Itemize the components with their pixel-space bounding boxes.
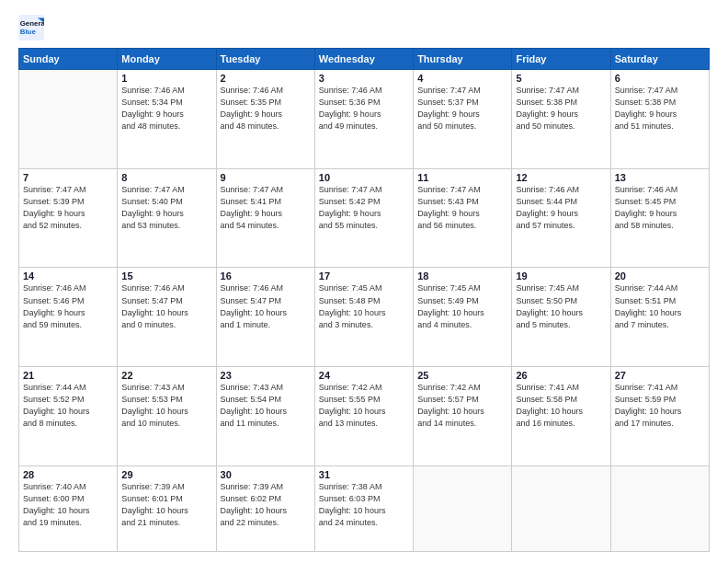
day-number: 8: [121, 172, 211, 183]
day-number: 14: [23, 270, 113, 282]
calendar-cell: [414, 465, 512, 551]
calendar-cell: 29Sunrise: 7:39 AMSunset: 6:01 PMDayligh…: [118, 465, 216, 551]
day-info: Sunrise: 7:46 AMSunset: 5:46 PMDaylight:…: [23, 282, 113, 330]
calendar-week-4: 21Sunrise: 7:44 AMSunset: 5:52 PMDayligh…: [19, 367, 710, 466]
day-info: Sunrise: 7:45 AMSunset: 5:49 PMDaylight:…: [417, 282, 507, 330]
calendar-cell: 10Sunrise: 7:47 AMSunset: 5:42 PMDayligh…: [314, 168, 413, 268]
calendar-cell: 21Sunrise: 7:44 AMSunset: 5:52 PMDayligh…: [19, 367, 118, 466]
day-info: Sunrise: 7:46 AMSunset: 5:44 PMDaylight:…: [516, 184, 606, 232]
day-number: 10: [319, 172, 409, 183]
calendar-cell: 17Sunrise: 7:45 AMSunset: 5:48 PMDayligh…: [314, 268, 413, 367]
day-number: 17: [319, 270, 409, 282]
day-number: 22: [121, 370, 211, 381]
calendar-header-wednesday: Wednesday: [314, 49, 413, 70]
day-info: Sunrise: 7:46 AMSunset: 5:35 PMDaylight:…: [221, 85, 311, 132]
calendar-cell: [610, 465, 709, 551]
day-number: 12: [516, 172, 606, 183]
calendar-week-2: 7Sunrise: 7:47 AMSunset: 5:39 PMDaylight…: [19, 168, 710, 268]
calendar-cell: 31Sunrise: 7:38 AMSunset: 6:03 PMDayligh…: [314, 465, 413, 551]
calendar-cell: 2Sunrise: 7:46 AMSunset: 5:35 PMDaylight…: [216, 70, 314, 169]
calendar-cell: 8Sunrise: 7:47 AMSunset: 5:40 PMDaylight…: [118, 168, 216, 268]
day-info: Sunrise: 7:39 AMSunset: 6:01 PMDaylight:…: [121, 481, 211, 529]
day-number: 16: [221, 270, 311, 282]
day-number: 29: [121, 469, 211, 480]
day-number: 18: [417, 270, 507, 282]
day-number: 5: [516, 73, 606, 84]
day-info: Sunrise: 7:46 AMSunset: 5:47 PMDaylight:…: [221, 282, 311, 330]
calendar-cell: 19Sunrise: 7:45 AMSunset: 5:50 PMDayligh…: [512, 268, 610, 367]
day-number: 19: [516, 270, 606, 282]
day-number: 11: [417, 172, 507, 183]
calendar-header-friday: Friday: [512, 49, 610, 70]
day-number: 30: [221, 469, 311, 480]
day-info: Sunrise: 7:44 AMSunset: 5:51 PMDaylight:…: [615, 282, 705, 330]
header: General Blue: [18, 15, 710, 40]
day-info: Sunrise: 7:47 AMSunset: 5:41 PMDaylight:…: [221, 184, 311, 232]
day-info: Sunrise: 7:47 AMSunset: 5:39 PMDaylight:…: [23, 184, 113, 232]
calendar-header-sunday: Sunday: [19, 49, 118, 70]
calendar-cell: 25Sunrise: 7:42 AMSunset: 5:57 PMDayligh…: [414, 367, 512, 466]
day-info: Sunrise: 7:42 AMSunset: 5:55 PMDaylight:…: [319, 382, 409, 430]
day-number: 1: [121, 73, 211, 84]
calendar-week-5: 28Sunrise: 7:40 AMSunset: 6:00 PMDayligh…: [19, 465, 710, 551]
day-info: Sunrise: 7:46 AMSunset: 5:47 PMDaylight:…: [121, 282, 211, 330]
day-number: 27: [615, 370, 705, 381]
day-number: 23: [221, 370, 311, 381]
svg-text:Blue: Blue: [20, 28, 37, 36]
calendar-cell: 18Sunrise: 7:45 AMSunset: 5:49 PMDayligh…: [414, 268, 512, 367]
day-info: Sunrise: 7:47 AMSunset: 5:38 PMDaylight:…: [615, 85, 705, 132]
day-info: Sunrise: 7:38 AMSunset: 6:03 PMDaylight:…: [319, 481, 409, 529]
day-info: Sunrise: 7:46 AMSunset: 5:36 PMDaylight:…: [319, 85, 409, 132]
calendar-cell: 5Sunrise: 7:47 AMSunset: 5:38 PMDaylight…: [512, 70, 610, 169]
day-info: Sunrise: 7:47 AMSunset: 5:43 PMDaylight:…: [417, 184, 507, 232]
calendar-cell: 15Sunrise: 7:46 AMSunset: 5:47 PMDayligh…: [118, 268, 216, 367]
day-number: 21: [23, 370, 113, 381]
day-number: 26: [516, 370, 606, 381]
day-number: 31: [319, 469, 409, 480]
calendar-cell: [19, 70, 118, 169]
calendar-week-3: 14Sunrise: 7:46 AMSunset: 5:46 PMDayligh…: [19, 268, 710, 367]
calendar-header-tuesday: Tuesday: [216, 49, 314, 70]
calendar-cell: 1Sunrise: 7:46 AMSunset: 5:34 PMDaylight…: [118, 70, 216, 169]
day-number: 3: [319, 73, 409, 84]
day-info: Sunrise: 7:43 AMSunset: 5:54 PMDaylight:…: [221, 382, 311, 430]
day-info: Sunrise: 7:45 AMSunset: 5:48 PMDaylight:…: [319, 282, 409, 330]
calendar-cell: 13Sunrise: 7:46 AMSunset: 5:45 PMDayligh…: [610, 168, 709, 268]
calendar-cell: [512, 465, 610, 551]
day-number: 4: [417, 73, 507, 84]
day-info: Sunrise: 7:44 AMSunset: 5:52 PMDaylight:…: [23, 382, 113, 430]
day-info: Sunrise: 7:41 AMSunset: 5:58 PMDaylight:…: [516, 382, 606, 430]
calendar-cell: 4Sunrise: 7:47 AMSunset: 5:37 PMDaylight…: [414, 70, 512, 169]
calendar-cell: 30Sunrise: 7:39 AMSunset: 6:02 PMDayligh…: [216, 465, 314, 551]
day-number: 25: [417, 370, 507, 381]
day-number: 20: [615, 270, 705, 282]
calendar-cell: 28Sunrise: 7:40 AMSunset: 6:00 PMDayligh…: [19, 465, 118, 551]
calendar-cell: 27Sunrise: 7:41 AMSunset: 5:59 PMDayligh…: [610, 367, 709, 466]
day-number: 24: [319, 370, 409, 381]
day-number: 7: [23, 172, 113, 183]
logo: General Blue: [18, 15, 48, 40]
calendar-cell: 24Sunrise: 7:42 AMSunset: 5:55 PMDayligh…: [314, 367, 413, 466]
day-number: 2: [221, 73, 311, 84]
day-info: Sunrise: 7:39 AMSunset: 6:02 PMDaylight:…: [221, 481, 311, 529]
calendar-cell: 9Sunrise: 7:47 AMSunset: 5:41 PMDaylight…: [216, 168, 314, 268]
day-info: Sunrise: 7:46 AMSunset: 5:45 PMDaylight:…: [615, 184, 705, 232]
calendar-table: SundayMondayTuesdayWednesdayThursdayFrid…: [18, 48, 710, 552]
calendar-cell: 20Sunrise: 7:44 AMSunset: 5:51 PMDayligh…: [610, 268, 709, 367]
page: General Blue SundayMondayTuesdayWednesda…: [0, 0, 728, 563]
calendar-cell: 7Sunrise: 7:47 AMSunset: 5:39 PMDaylight…: [19, 168, 118, 268]
day-number: 9: [221, 172, 311, 183]
day-info: Sunrise: 7:47 AMSunset: 5:40 PMDaylight:…: [121, 184, 211, 232]
calendar-cell: 16Sunrise: 7:46 AMSunset: 5:47 PMDayligh…: [216, 268, 314, 367]
day-number: 28: [23, 469, 113, 480]
calendar-week-1: 1Sunrise: 7:46 AMSunset: 5:34 PMDaylight…: [19, 70, 710, 169]
calendar-cell: 23Sunrise: 7:43 AMSunset: 5:54 PMDayligh…: [216, 367, 314, 466]
day-info: Sunrise: 7:40 AMSunset: 6:00 PMDaylight:…: [23, 481, 113, 529]
calendar-cell: 26Sunrise: 7:41 AMSunset: 5:58 PMDayligh…: [512, 367, 610, 466]
day-info: Sunrise: 7:42 AMSunset: 5:57 PMDaylight:…: [417, 382, 507, 430]
calendar-header-row: SundayMondayTuesdayWednesdayThursdayFrid…: [19, 49, 710, 70]
calendar-cell: 3Sunrise: 7:46 AMSunset: 5:36 PMDaylight…: [314, 70, 413, 169]
calendar-header-monday: Monday: [118, 49, 216, 70]
svg-text:General: General: [20, 19, 44, 28]
calendar-cell: 22Sunrise: 7:43 AMSunset: 5:53 PMDayligh…: [118, 367, 216, 466]
